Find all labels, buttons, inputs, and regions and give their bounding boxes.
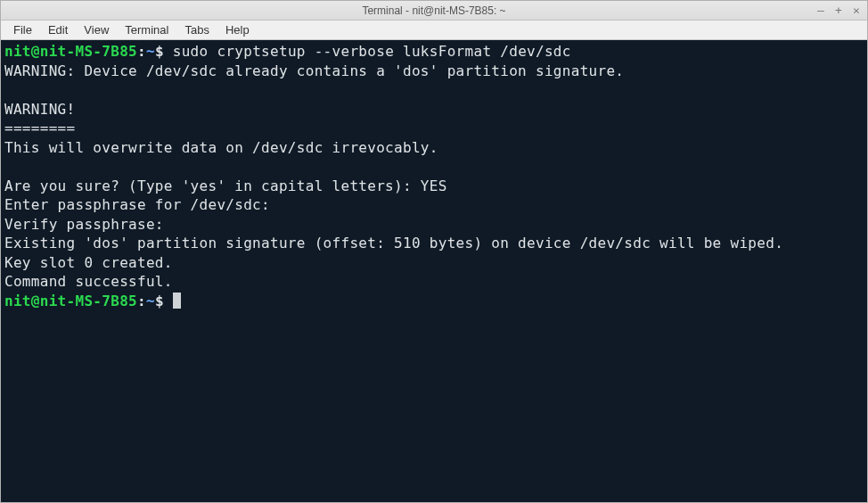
prompt-user-host: nit@nit-MS-7B85 [4,293,137,309]
command-1: sudo cryptsetup --verbose luksFormat /de… [173,43,571,60]
terminal-window: Terminal - nit@nit-MS-7B85: ~ – + × File… [0,0,868,503]
output-line: Key slot 0 created. [4,254,173,271]
menu-bar: File Edit View Terminal Tabs Help [1,21,867,40]
menu-help[interactable]: Help [218,21,257,38]
output-line: ======== [4,120,75,136]
terminal-content[interactable]: nit@nit-MS-7B85:~$ sudo cryptsetup --ver… [1,40,867,502]
menu-tabs[interactable]: Tabs [177,21,216,38]
output-line: This will overwrite data on /dev/sdc irr… [4,139,438,156]
prompt-sigil: $ [155,43,173,60]
menu-terminal[interactable]: Terminal [118,21,176,38]
maximize-button[interactable]: + [833,4,844,16]
menu-view[interactable]: View [77,21,116,38]
output-line: WARNING: Device /dev/sdc already contain… [4,62,624,79]
output-line: Command successful. [4,273,173,290]
close-button[interactable]: × [851,4,862,16]
title-bar[interactable]: Terminal - nit@nit-MS-7B85: ~ – + × [1,1,867,21]
prompt-sigil: $ [155,293,173,309]
output-line: WARNING! [4,101,75,118]
prompt-user-host: nit@nit-MS-7B85 [4,43,137,60]
terminal-cursor [173,293,181,309]
menu-file[interactable]: File [6,21,39,38]
output-line: Enter passphrase for /dev/sdc: [4,196,279,213]
minimize-button[interactable]: – [815,4,826,16]
menu-edit[interactable]: Edit [41,21,75,38]
output-line: Existing 'dos' partition signature (offs… [4,235,783,252]
prompt-colon: : [137,293,146,309]
prompt-colon: : [137,43,146,60]
prompt-path: ~ [146,43,155,60]
prompt-path: ~ [146,293,155,309]
output-line: Verify passphrase: [4,216,173,233]
window-title: Terminal - nit@nit-MS-7B85: ~ [362,4,505,17]
window-controls: – + × [815,1,862,20]
output-line: Are you sure? (Type 'yes' in capital let… [4,177,447,194]
